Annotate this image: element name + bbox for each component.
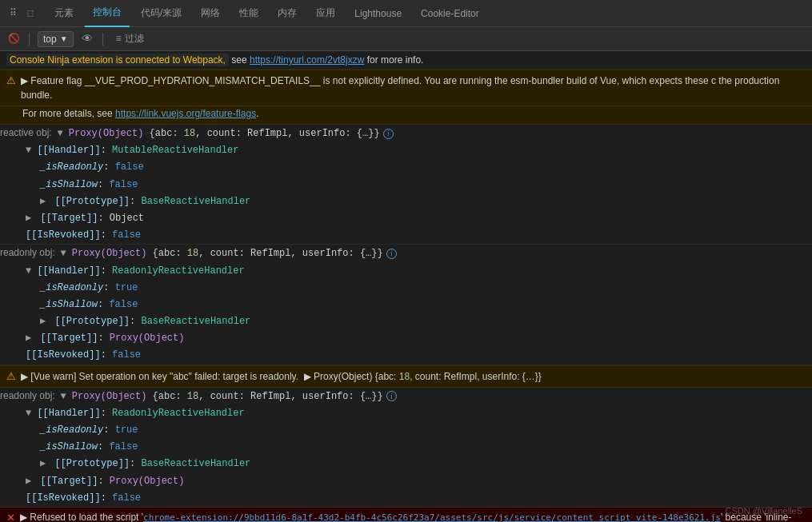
readonly-2-is-readonly-row[interactable]: _isReadonly : true: [0, 422, 812, 439]
readonly-1-prototype-row[interactable]: ▶ [[Prototype]] : BaseReactiveHandler: [0, 313, 812, 330]
eye-icon[interactable]: 👁: [80, 32, 94, 46]
tab-elements[interactable]: 元素: [46, 0, 82, 27]
readonly-2-target-triangle[interactable]: ▶: [26, 474, 31, 489]
handler-value: MutableReactiveHandler: [112, 143, 238, 158]
readonly-1-handler-label: [[Handler]]: [31, 264, 100, 279]
warning-row-2: ⚠ ▶ [Vue warn] Set operation on key "abc…: [0, 365, 812, 388]
reactive-info-icon[interactable]: i: [383, 129, 394, 139]
readonly-1-is-readonly-row[interactable]: _isReadonly : true: [0, 280, 812, 297]
handler-triangle[interactable]: ▼: [26, 143, 31, 158]
readonly-1-is-revoked-row: [[IsRevoked]] : false: [0, 347, 812, 364]
readonly-1-is-readonly-prop: _isReadonly: [40, 281, 103, 296]
readonly-obj-1-header[interactable]: readonly obj: ▼ Proxy(Object) {abc: 18 ,…: [0, 245, 812, 262]
error-row-1: ✕ ▶ Refused to load the script 'chrome-e…: [0, 508, 812, 522]
reactive-proxy-text: Proxy(Object): [63, 126, 144, 141]
handler-label: [[Handler]]: [31, 143, 100, 158]
handler-colon: :: [101, 143, 112, 158]
handler-row[interactable]: ▼ [[Handler]] : MutableReactiveHandler: [0, 142, 812, 159]
readonly-1-is-shallow-row[interactable]: _isShallow : false: [0, 297, 812, 313]
readonly-2-is-shallow-colon: :: [98, 440, 109, 455]
readonly-2-prototype-colon: :: [130, 456, 141, 472]
readonly-1-is-shallow-prop: _isShallow: [40, 297, 98, 313]
tab-console[interactable]: 控制台: [85, 0, 130, 27]
tab-cookie-editor[interactable]: Cookie-Editor: [413, 0, 487, 27]
readonly-1-count: , count: RefImpl, userInfo: {…}}: [198, 246, 382, 261]
readonly-2-is-shallow-value: false: [109, 440, 138, 455]
readonly-2-target-row[interactable]: ▶ [[Target]] : Proxy(Object): [0, 473, 812, 490]
clear-console-icon[interactable]: 🚫: [6, 32, 21, 46]
readonly-2-handler-row[interactable]: ▼ [[Handler]] : ReadonlyReactiveHandler: [0, 405, 812, 422]
context-selector[interactable]: top ▼: [38, 31, 74, 47]
readonly-2-is-readonly-value: true: [115, 423, 138, 438]
filter-icon: ≡: [116, 34, 122, 45]
readonly-2-prototype-triangle[interactable]: ▶: [40, 456, 46, 472]
inspect-icon[interactable]: ⬚: [24, 7, 37, 20]
readonly-2-is-revoked-colon: :: [101, 491, 112, 506]
readonly-1-handler-value: ReadonlyReactiveHandler: [112, 264, 245, 279]
readonly-obj-2-section: readonly obj: ▼ Proxy(Object) {abc: 18 ,…: [0, 388, 812, 508]
readonly-2-is-readonly-prop: _isReadonly: [40, 423, 103, 438]
readonly-1-prototype-triangle[interactable]: ▶: [40, 314, 46, 329]
readonly-1-handler-triangle[interactable]: ▼: [26, 264, 31, 279]
readonly-1-is-revoked-label: [[IsRevoked]]: [26, 348, 101, 363]
warning-row-1: ⚠ ▶ Feature flag __VUE_PROD_HYDRATION_MI…: [0, 70, 812, 106]
devtools-icon[interactable]: ⠿: [6, 7, 19, 20]
ninja-link[interactable]: https://tinyurl.com/2vt8jxzw: [250, 54, 364, 66]
error-icon-1: ✕: [6, 512, 15, 522]
readonly-1-abc: 18: [187, 246, 198, 261]
readonly-2-count: , count: RefImpl, userInfo: {…}}: [198, 389, 382, 404]
readonly-1-prototype-label: [[Prototype]]: [49, 314, 130, 329]
readonly-2-is-revoked-value: false: [112, 491, 141, 506]
target-triangle[interactable]: ▶: [26, 211, 31, 226]
readonly-2-info-icon[interactable]: i: [386, 391, 397, 401]
is-shallow-row[interactable]: _isShallow : false: [0, 177, 812, 193]
readonly-obj-2-header[interactable]: readonly obj: ▼ Proxy(Object) {abc: 18 ,…: [0, 388, 812, 405]
readonly-2-is-shallow-row[interactable]: _isShallow : false: [0, 439, 812, 456]
readonly-1-handler-row[interactable]: ▼ [[Handler]] : ReadonlyReactiveHandler: [0, 263, 812, 280]
readonly-2-target-colon: :: [98, 474, 109, 489]
readonly-1-info-icon[interactable]: i: [386, 249, 397, 259]
prototype-colon: :: [130, 194, 141, 209]
reactive-props: {abc:: [143, 126, 183, 141]
tab-memory[interactable]: 内存: [270, 0, 305, 27]
reactive-obj-header[interactable]: reactive obj: ▼ Proxy(Object) {abc: 18 ,…: [0, 125, 812, 142]
readonly-1-triangle[interactable]: ▼: [60, 246, 66, 261]
readonly-1-label: readonly obj:: [0, 245, 60, 261]
separator2: [102, 33, 103, 46]
readonly-2-handler-label: [[Handler]]: [31, 406, 100, 421]
warning-text-2: ▶ [Vue warn] Set operation on key "abc" …: [21, 369, 806, 384]
prototype-row[interactable]: ▶ [[Prototype]] : BaseReactiveHandler: [0, 193, 812, 210]
warning-text-1: ▶ Feature flag __VUE_PROD_HYDRATION_MISM…: [21, 74, 806, 102]
tab-performance[interactable]: 性能: [231, 0, 266, 27]
readonly-2-prototype-row[interactable]: ▶ [[Prototype]] : BaseReactiveHandler: [0, 456, 812, 472]
is-readonly-row[interactable]: _isReadonly : false: [0, 159, 812, 176]
reactive-triangle[interactable]: ▼: [57, 126, 62, 141]
readonly-2-prototype-label: [[Prototype]]: [49, 456, 130, 472]
target-row[interactable]: ▶ [[Target]] : Object: [0, 210, 812, 227]
tab-lighthouse[interactable]: Lighthouse: [346, 0, 410, 27]
readonly-1-props: {abc:: [146, 246, 186, 261]
readonly-2-obj-tree: ▼ [[Handler]] : ReadonlyReactiveHandler …: [0, 405, 812, 507]
is-revoked-row: [[IsRevoked]] : false: [0, 227, 812, 244]
is-revoked-label: [[IsRevoked]]: [26, 228, 101, 243]
prototype-triangle[interactable]: ▶: [40, 194, 46, 209]
readonly-1-target-row[interactable]: ▶ [[Target]] : Proxy(Object): [0, 330, 812, 347]
readonly-1-target-triangle[interactable]: ▶: [26, 331, 31, 346]
tab-sources[interactable]: 代码/来源: [133, 0, 190, 27]
filter-button[interactable]: ≡ 过滤: [111, 30, 149, 47]
readonly-2-target-value: Proxy(Object): [110, 474, 185, 489]
readonly-2-triangle[interactable]: ▼: [60, 389, 66, 404]
error-1-link[interactable]: chrome-extension://9bbd11d6-8a1f-43d2-b4…: [143, 512, 721, 522]
console-content[interactable]: Console Ninja extension is connected to …: [0, 51, 812, 522]
tab-network[interactable]: 网络: [193, 0, 228, 27]
chevron-down-icon: ▼: [60, 34, 68, 43]
target-label: [[Target]]: [34, 211, 98, 226]
warning-icon-1: ⚠: [6, 74, 16, 86]
readonly-2-target-label: [[Target]]: [34, 474, 98, 489]
tab-application[interactable]: 应用: [308, 0, 343, 27]
feature-flags-link[interactable]: https://link.vuejs.org/feature-flags: [115, 108, 256, 119]
more-info-after: .: [256, 108, 258, 119]
readonly-2-handler-triangle[interactable]: ▼: [26, 406, 31, 421]
filter-label: 过滤: [125, 32, 144, 46]
ninja-highlight: Console Ninja extension is connected to …: [6, 54, 229, 66]
